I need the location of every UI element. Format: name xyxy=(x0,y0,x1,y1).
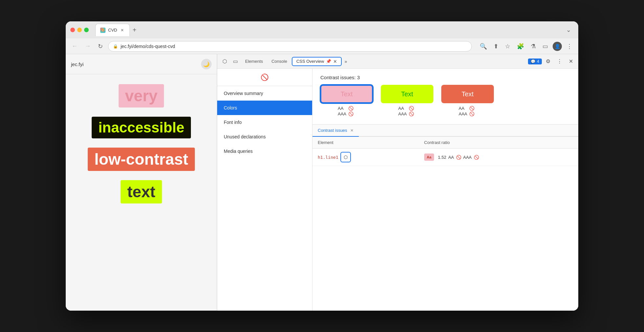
contrast-issues-tab-label: Contrast issues xyxy=(318,128,347,133)
css-overview-tab[interactable]: CSS Overview 📌 ✕ xyxy=(292,57,342,66)
pin-icon: 📌 xyxy=(326,59,331,64)
bottom-panel: Contrast issues ✕ Element Contrast ratio xyxy=(312,125,578,311)
tab-bar-more[interactable]: ⌄ xyxy=(564,25,574,35)
contrast-issues-tab-close[interactable]: ✕ xyxy=(350,128,354,133)
minimize-traffic-light[interactable] xyxy=(77,28,82,32)
close-devtools-button[interactable]: ✕ xyxy=(566,57,576,66)
sidebar-item-overview[interactable]: Overview summary xyxy=(217,86,312,101)
sidebar-item-fontinfo[interactable]: Font info xyxy=(217,115,312,130)
tab-bar: 🎨 CVD ✕ + ⌄ xyxy=(95,24,574,36)
sidebar-item-colors[interactable]: Colors xyxy=(217,101,312,115)
demo-word-low-contrast: low-contrast xyxy=(88,148,195,171)
swatch-3-aa-icon: 🚫 xyxy=(469,106,474,111)
forward-button[interactable]: → xyxy=(83,41,93,51)
tab-close-button[interactable]: ✕ xyxy=(120,28,125,33)
swatch-3-aaa-label: AAA xyxy=(459,111,467,116)
tab-title: CVD xyxy=(108,28,117,33)
swatch-2-aa-icon: 🚫 xyxy=(409,106,414,111)
color-swatches: Text AA 🚫 AAA 🚫 xyxy=(320,85,570,121)
aa-label: AA xyxy=(448,155,454,160)
console-tab[interactable]: Console xyxy=(267,58,291,65)
more-tabs-button[interactable]: » xyxy=(342,58,349,65)
maximize-traffic-light[interactable] xyxy=(84,28,89,32)
share-button[interactable]: ⬆ xyxy=(492,41,500,51)
swatch-3-label: Text xyxy=(462,90,474,98)
devtools-body: 🚫 Overview summary Colors Font info Unus… xyxy=(217,69,578,311)
main-content: jec.fyi 🌙 very inaccessible low-contrast… xyxy=(66,54,578,311)
browser-window: 🎨 CVD ✕ + ⌄ ← → ↻ 🔒 jec.fyi/demo/cds-que… xyxy=(66,21,578,311)
swatch-group-3: Text AA 🚫 AAA 🚫 xyxy=(441,85,494,116)
element-column-header: Element xyxy=(312,137,419,149)
bookmark-button[interactable]: ☆ xyxy=(503,41,512,51)
issues-count: 4 xyxy=(537,59,539,64)
sidebar-top: 🚫 xyxy=(217,69,312,86)
sidebar-item-media[interactable]: Media queries xyxy=(217,144,312,158)
search-button[interactable]: 🔍 xyxy=(478,41,489,51)
extensions-button[interactable]: 🧩 xyxy=(515,41,526,51)
swatch-1-label: Text xyxy=(341,90,353,98)
demo-word-text: text xyxy=(121,180,162,203)
sidebar-item-unused[interactable]: Unused declarations xyxy=(217,130,312,144)
contrast-header: Contrast issues: 3 Text AA 🚫 xyxy=(312,69,578,125)
swatch-2-aa-label: AA xyxy=(398,106,407,111)
css-overview-tab-close[interactable]: ✕ xyxy=(333,59,337,64)
demo-word-very: very xyxy=(119,84,164,107)
more-options-button[interactable]: ⋮ xyxy=(554,57,565,66)
traffic-lights xyxy=(70,28,89,32)
page-body: very inaccessible low-contrast text xyxy=(66,74,217,311)
swatch-2-ratings: AA 🚫 AAA 🚫 xyxy=(398,106,416,116)
aa-sample: Aa xyxy=(424,154,434,161)
dark-mode-toggle[interactable]: 🌙 xyxy=(201,59,212,69)
site-name: jec.fyi xyxy=(71,61,83,67)
settings-button[interactable]: ⚙ xyxy=(543,57,553,66)
swatch-1-aaa-icon: 🚫 xyxy=(348,111,354,116)
url-text: jec.fyi/demo/cds-quest-cvd xyxy=(121,44,175,49)
menu-button[interactable]: ⋮ xyxy=(564,41,574,51)
inspect-element-button[interactable]: ⬡ xyxy=(340,152,351,162)
aa-fail-icon: 🚫 xyxy=(456,155,461,160)
swatch-button-1[interactable]: Text xyxy=(320,85,373,103)
back-button[interactable]: ← xyxy=(70,41,80,51)
refresh-button[interactable]: ↻ xyxy=(96,41,105,51)
contrast-issues-table: Element Contrast ratio h1.line1 xyxy=(312,137,578,311)
element-cell: h1.line1 ⬡ xyxy=(312,149,419,166)
aaa-fail-icon: 🚫 xyxy=(474,155,479,160)
swatch-1-aa-label: AA xyxy=(338,106,346,111)
address-actions: 🔍 ⬆ ☆ 🧩 ⚗ ▭ 👤 ⋮ xyxy=(478,41,574,51)
url-bar[interactable]: 🔒 jec.fyi/demo/cds-quest-cvd xyxy=(108,41,472,52)
new-tab-button[interactable]: + xyxy=(130,25,139,35)
swatch-3-aaa-icon: 🚫 xyxy=(469,111,474,116)
swatch-group-2: Text AA 🚫 AAA 🚫 xyxy=(381,85,433,116)
split-view-button[interactable]: ▭ xyxy=(540,41,550,51)
swatch-3-ratings: AA 🚫 AAA 🚫 xyxy=(459,106,476,116)
element-name: h1.line1 xyxy=(318,155,338,160)
labs-button[interactable]: ⚗ xyxy=(529,41,538,51)
devtools-main-panel: Contrast issues: 3 Text AA 🚫 xyxy=(312,69,578,311)
address-bar: ← → ↻ 🔒 jec.fyi/demo/cds-quest-cvd 🔍 ⬆ ☆… xyxy=(66,38,578,54)
page-content: jec.fyi 🌙 very inaccessible low-contrast… xyxy=(66,54,217,311)
swatch-2-aaa-label: AAA xyxy=(398,111,407,116)
swatch-group-1: Text AA 🚫 AAA 🚫 xyxy=(320,85,373,116)
toolbar-right: 💬 4 ⚙ ⋮ ✕ xyxy=(528,57,576,66)
contrast-issues-title: Contrast issues: 3 xyxy=(320,75,570,80)
elements-tab[interactable]: Elements xyxy=(241,58,267,65)
bottom-tab-strip: Contrast issues ✕ xyxy=(312,125,578,137)
profile-button[interactable]: 👤 xyxy=(553,42,562,51)
swatch-2-aaa-icon: 🚫 xyxy=(409,111,414,116)
close-traffic-light[interactable] xyxy=(70,28,75,32)
contrast-ratio-cell: Aa 1.52 AA 🚫 AAA 🚫 xyxy=(419,149,578,166)
swatch-button-3[interactable]: Text xyxy=(441,85,494,103)
issues-badge[interactable]: 💬 4 xyxy=(528,59,542,64)
device-emulation-button[interactable]: ▭ xyxy=(230,57,241,66)
devtools-panel: ⬡ ▭ Elements Console CSS Overview 📌 ✕ » … xyxy=(217,54,578,311)
tab-favicon: 🎨 xyxy=(100,28,105,33)
contrast-issues-tab[interactable]: Contrast issues ✕ xyxy=(312,125,359,137)
swatch-button-2[interactable]: Text xyxy=(381,85,433,103)
contrast-ratio-column-header: Contrast ratio xyxy=(419,137,578,149)
cursor-inspect-button[interactable]: ⬡ xyxy=(220,57,230,66)
ratio-value: 1.52 xyxy=(438,155,446,160)
title-bar: 🎨 CVD ✕ + ⌄ xyxy=(66,21,578,38)
demo-word-inaccessible: inaccessible xyxy=(92,117,191,138)
active-tab[interactable]: 🎨 CVD ✕ xyxy=(95,24,130,36)
swatch-1-ratings: AA 🚫 AAA 🚫 xyxy=(338,106,356,116)
